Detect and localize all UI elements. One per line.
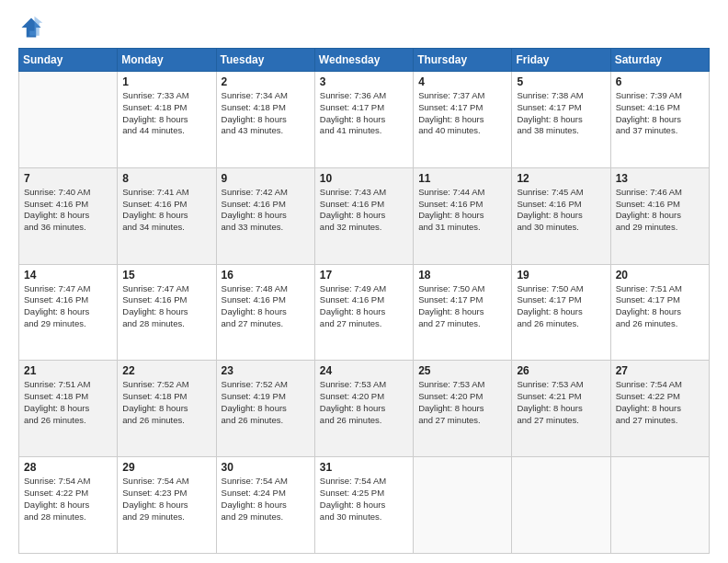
calendar-cell: 28Sunrise: 7:54 AM Sunset: 4:22 PM Dayli… (19, 457, 118, 554)
cell-info: Sunrise: 7:49 AM Sunset: 4:16 PM Dayligh… (320, 283, 408, 330)
day-number: 30 (222, 461, 310, 474)
calendar-cell: 7Sunrise: 7:40 AM Sunset: 4:16 PM Daylig… (19, 167, 118, 264)
cell-info: Sunrise: 7:47 AM Sunset: 4:16 PM Dayligh… (122, 283, 210, 330)
cell-info: Sunrise: 7:41 AM Sunset: 4:16 PM Dayligh… (122, 187, 210, 234)
calendar-cell: 23Sunrise: 7:52 AM Sunset: 4:19 PM Dayli… (216, 361, 314, 457)
cell-info: Sunrise: 7:50 AM Sunset: 4:17 PM Dayligh… (418, 283, 506, 330)
day-number: 9 (222, 172, 310, 185)
calendar-cell (19, 72, 118, 168)
cell-info: Sunrise: 7:51 AM Sunset: 4:17 PM Dayligh… (616, 283, 704, 330)
day-number: 13 (616, 172, 704, 185)
day-number: 26 (517, 364, 605, 377)
weekday-header-tuesday: Tuesday (216, 49, 314, 72)
day-number: 21 (24, 364, 112, 377)
weekday-header-thursday: Thursday (414, 49, 512, 72)
cell-info: Sunrise: 7:47 AM Sunset: 4:16 PM Dayligh… (24, 283, 112, 330)
day-number: 4 (418, 75, 506, 88)
day-number: 12 (517, 172, 605, 185)
day-number: 14 (24, 269, 112, 282)
calendar-cell: 14Sunrise: 7:47 AM Sunset: 4:16 PM Dayli… (19, 264, 118, 361)
cell-info: Sunrise: 7:53 AM Sunset: 4:21 PM Dayligh… (517, 379, 605, 426)
cell-info: Sunrise: 7:54 AM Sunset: 4:25 PM Dayligh… (320, 476, 408, 523)
calendar-cell: 21Sunrise: 7:51 AM Sunset: 4:18 PM Dayli… (19, 361, 118, 457)
cell-info: Sunrise: 7:51 AM Sunset: 4:18 PM Dayligh… (24, 379, 112, 426)
cell-info: Sunrise: 7:39 AM Sunset: 4:16 PM Dayligh… (616, 90, 704, 137)
weekday-header-sunday: Sunday (19, 49, 118, 72)
cell-info: Sunrise: 7:40 AM Sunset: 4:16 PM Dayligh… (24, 187, 112, 234)
calendar-week-row: 7Sunrise: 7:40 AM Sunset: 4:16 PM Daylig… (19, 167, 710, 264)
header (18, 15, 710, 40)
day-number: 10 (320, 172, 408, 185)
generalblue-logo-icon (18, 15, 44, 40)
day-number: 28 (24, 461, 112, 474)
day-number: 31 (320, 461, 408, 474)
cell-info: Sunrise: 7:52 AM Sunset: 4:18 PM Dayligh… (122, 379, 210, 426)
calendar-cell: 30Sunrise: 7:54 AM Sunset: 4:24 PM Dayli… (216, 457, 314, 554)
calendar-cell: 20Sunrise: 7:51 AM Sunset: 4:17 PM Dayli… (610, 264, 709, 361)
page: SundayMondayTuesdayWednesdayThursdayFrid… (0, 0, 728, 563)
cell-info: Sunrise: 7:54 AM Sunset: 4:22 PM Dayligh… (616, 379, 704, 426)
calendar-cell: 12Sunrise: 7:45 AM Sunset: 4:16 PM Dayli… (512, 167, 610, 264)
cell-info: Sunrise: 7:53 AM Sunset: 4:20 PM Dayligh… (418, 379, 506, 426)
calendar-cell: 2Sunrise: 7:34 AM Sunset: 4:18 PM Daylig… (216, 72, 314, 168)
calendar-cell: 9Sunrise: 7:42 AM Sunset: 4:16 PM Daylig… (216, 167, 314, 264)
calendar-cell: 27Sunrise: 7:54 AM Sunset: 4:22 PM Dayli… (610, 361, 709, 457)
cell-info: Sunrise: 7:38 AM Sunset: 4:17 PM Dayligh… (517, 90, 605, 137)
day-number: 2 (222, 75, 310, 88)
day-number: 18 (418, 269, 506, 282)
day-number: 6 (616, 75, 704, 88)
cell-info: Sunrise: 7:34 AM Sunset: 4:18 PM Dayligh… (222, 90, 310, 137)
weekday-header-friday: Friday (512, 49, 610, 72)
calendar-cell (414, 457, 512, 554)
day-number: 8 (122, 172, 210, 185)
day-number: 15 (122, 269, 210, 282)
day-number: 19 (517, 269, 605, 282)
calendar-week-row: 14Sunrise: 7:47 AM Sunset: 4:16 PM Dayli… (19, 264, 710, 361)
day-number: 11 (418, 172, 506, 185)
day-number: 29 (122, 461, 210, 474)
calendar-cell: 1Sunrise: 7:33 AM Sunset: 4:18 PM Daylig… (118, 72, 216, 168)
calendar-cell: 5Sunrise: 7:38 AM Sunset: 4:17 PM Daylig… (512, 72, 610, 168)
cell-info: Sunrise: 7:54 AM Sunset: 4:24 PM Dayligh… (222, 476, 310, 523)
cell-info: Sunrise: 7:44 AM Sunset: 4:16 PM Dayligh… (418, 187, 506, 234)
calendar-cell: 31Sunrise: 7:54 AM Sunset: 4:25 PM Dayli… (314, 457, 413, 554)
calendar-cell: 10Sunrise: 7:43 AM Sunset: 4:16 PM Dayli… (314, 167, 413, 264)
cell-info: Sunrise: 7:54 AM Sunset: 4:22 PM Dayligh… (24, 476, 112, 523)
cell-info: Sunrise: 7:53 AM Sunset: 4:20 PM Dayligh… (320, 379, 408, 426)
calendar-cell: 25Sunrise: 7:53 AM Sunset: 4:20 PM Dayli… (414, 361, 512, 457)
calendar-cell (610, 457, 709, 554)
calendar-week-row: 28Sunrise: 7:54 AM Sunset: 4:22 PM Dayli… (19, 457, 710, 554)
day-number: 17 (320, 269, 408, 282)
calendar-cell: 11Sunrise: 7:44 AM Sunset: 4:16 PM Dayli… (414, 167, 512, 264)
logo (18, 15, 48, 40)
cell-info: Sunrise: 7:46 AM Sunset: 4:16 PM Dayligh… (616, 187, 704, 234)
cell-info: Sunrise: 7:54 AM Sunset: 4:23 PM Dayligh… (122, 476, 210, 523)
calendar-cell: 8Sunrise: 7:41 AM Sunset: 4:16 PM Daylig… (118, 167, 216, 264)
day-number: 1 (122, 75, 210, 88)
calendar-cell: 19Sunrise: 7:50 AM Sunset: 4:17 PM Dayli… (512, 264, 610, 361)
cell-info: Sunrise: 7:50 AM Sunset: 4:17 PM Dayligh… (517, 283, 605, 330)
cell-info: Sunrise: 7:33 AM Sunset: 4:18 PM Dayligh… (122, 90, 210, 137)
cell-info: Sunrise: 7:42 AM Sunset: 4:16 PM Dayligh… (222, 187, 310, 234)
calendar-cell: 16Sunrise: 7:48 AM Sunset: 4:16 PM Dayli… (216, 264, 314, 361)
day-number: 27 (616, 364, 704, 377)
day-number: 23 (222, 364, 310, 377)
calendar-cell: 6Sunrise: 7:39 AM Sunset: 4:16 PM Daylig… (610, 72, 709, 168)
calendar-cell: 13Sunrise: 7:46 AM Sunset: 4:16 PM Dayli… (610, 167, 709, 264)
day-number: 25 (418, 364, 506, 377)
calendar-cell: 3Sunrise: 7:36 AM Sunset: 4:17 PM Daylig… (314, 72, 413, 168)
calendar-cell: 17Sunrise: 7:49 AM Sunset: 4:16 PM Dayli… (314, 264, 413, 361)
day-number: 5 (517, 75, 605, 88)
calendar-table: SundayMondayTuesdayWednesdayThursdayFrid… (18, 48, 710, 554)
day-number: 22 (122, 364, 210, 377)
weekday-header-saturday: Saturday (610, 49, 709, 72)
day-number: 16 (222, 269, 310, 282)
cell-info: Sunrise: 7:43 AM Sunset: 4:16 PM Dayligh… (320, 187, 408, 234)
calendar-cell: 29Sunrise: 7:54 AM Sunset: 4:23 PM Dayli… (118, 457, 216, 554)
calendar-cell: 24Sunrise: 7:53 AM Sunset: 4:20 PM Dayli… (314, 361, 413, 457)
day-number: 7 (24, 172, 112, 185)
calendar-cell: 4Sunrise: 7:37 AM Sunset: 4:17 PM Daylig… (414, 72, 512, 168)
weekday-header-monday: Monday (118, 49, 216, 72)
cell-info: Sunrise: 7:45 AM Sunset: 4:16 PM Dayligh… (517, 187, 605, 234)
cell-info: Sunrise: 7:48 AM Sunset: 4:16 PM Dayligh… (222, 283, 310, 330)
